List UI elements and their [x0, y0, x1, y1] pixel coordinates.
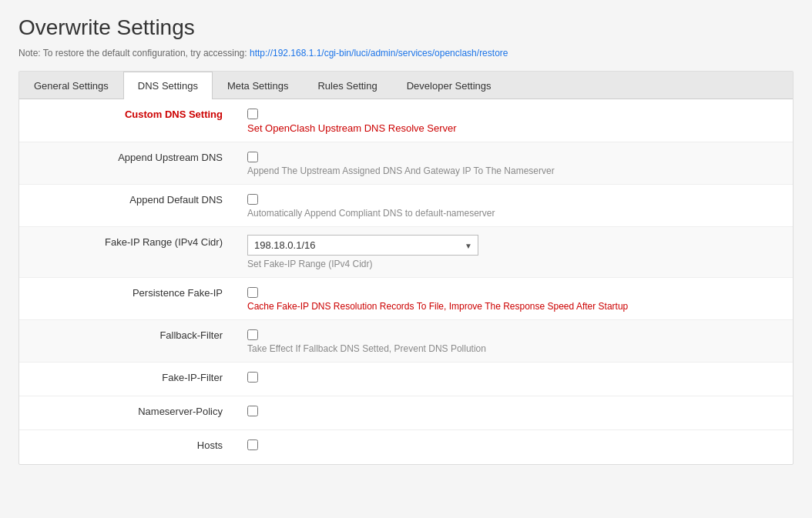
tab-general-settings[interactable]: General Settings [19, 72, 123, 99]
tab-rules-setting[interactable]: Rules Setting [303, 72, 391, 99]
content-hosts [235, 430, 793, 458]
content-persistence-fakeip: Cache Fake-IP DNS Resolution Records To … [235, 278, 793, 319]
label-fallback-filter: Fallback-Filter [19, 320, 235, 350]
page-title: Overwrite Settings [18, 15, 794, 40]
row-persistence-fakeip: Persistence Fake-IP Cache Fake-IP DNS Re… [19, 278, 793, 320]
restore-link[interactable]: http://192.168.1.1/cgi-bin/luci/admin/se… [250, 48, 508, 58]
content-append-default-dns: Automatically Append Compliant DNS to de… [235, 185, 793, 226]
helper-fakeip-range: Set Fake-IP Range (IPv4 Cidr) [247, 259, 780, 269]
select-wrapper-fakeip: 198.18.0.1/16 198.18.0.0/16 ▼ [247, 235, 478, 256]
helper-persistence-fakeip: Cache Fake-IP DNS Resolution Records To … [247, 301, 780, 312]
checkbox-append-upstream-dns[interactable] [247, 152, 258, 162]
content-nameserver-policy [235, 396, 793, 424]
content-append-upstream-dns: Append The Upstream Assigned DNS And Gat… [235, 142, 793, 184]
page-container: Overwrite Settings Note: To restore the … [0, 0, 812, 518]
helper-fallback-filter: Take Effect If Fallback DNS Setted, Prev… [247, 343, 780, 354]
checkbox-nameserver-policy[interactable] [247, 406, 258, 416]
content-custom-dns: Set OpenClash Upstream DNS Resolve Serve… [235, 99, 793, 142]
row-custom-dns: Custom DNS Setting Set OpenClash Upstrea… [19, 99, 793, 142]
main-card: General Settings DNS Settings Meta Setti… [18, 71, 794, 465]
dns-settings-content: Custom DNS Setting Set OpenClash Upstrea… [19, 99, 793, 464]
note-bar: Note: To restore the default configurati… [18, 48, 794, 58]
label-append-default-dns: Append Default DNS [19, 185, 235, 215]
row-append-default-dns: Append Default DNS Automatically Append … [19, 185, 793, 227]
content-fakeip-filter [235, 363, 793, 390]
label-fakeip-range: Fake-IP Range (IPv4 Cidr) [19, 227, 235, 257]
tab-developer-settings[interactable]: Developer Settings [392, 72, 506, 99]
content-fakeip-range: 198.18.0.1/16 198.18.0.0/16 ▼ Set Fake-I… [235, 227, 793, 277]
checkbox-append-default-dns[interactable] [247, 194, 258, 205]
checkbox-fakeip-filter[interactable] [247, 372, 258, 383]
label-append-upstream-dns: Append Upstream DNS [19, 142, 235, 172]
label-custom-dns: Custom DNS Setting [19, 99, 235, 129]
note-text: Note: To restore the default configurati… [18, 48, 250, 58]
select-fakeip-range[interactable]: 198.18.0.1/16 198.18.0.0/16 [247, 235, 478, 256]
helper-append-default-dns: Automatically Append Compliant DNS to de… [247, 208, 780, 219]
label-fakeip-filter: Fake-IP-Filter [19, 363, 235, 393]
checkbox-hosts[interactable] [247, 439, 258, 450]
checkbox-fallback-filter[interactable] [247, 329, 258, 340]
row-fakeip-range: Fake-IP Range (IPv4 Cidr) 198.18.0.1/16 … [19, 227, 793, 278]
row-fallback-filter: Fallback-Filter Take Effect If Fallback … [19, 320, 793, 363]
label-hosts: Hosts [19, 430, 235, 460]
helper-custom-dns: Set OpenClash Upstream DNS Resolve Serve… [247, 122, 780, 134]
row-hosts: Hosts [19, 430, 793, 464]
row-append-upstream-dns: Append Upstream DNS Append The Upstream … [19, 142, 793, 185]
tab-meta-settings[interactable]: Meta Settings [213, 72, 304, 99]
label-persistence-fakeip: Persistence Fake-IP [19, 278, 235, 308]
helper-append-upstream-dns: Append The Upstream Assigned DNS And Gat… [247, 165, 780, 176]
checkbox-custom-dns[interactable] [247, 109, 258, 119]
tab-dns-settings[interactable]: DNS Settings [123, 72, 213, 99]
row-nameserver-policy: Nameserver-Policy [19, 396, 793, 430]
checkbox-persistence-fakeip[interactable] [247, 287, 258, 298]
tabs-bar: General Settings DNS Settings Meta Setti… [19, 72, 793, 99]
content-fallback-filter: Take Effect If Fallback DNS Setted, Prev… [235, 320, 793, 362]
label-nameserver-policy: Nameserver-Policy [19, 396, 235, 426]
row-fakeip-filter: Fake-IP-Filter [19, 363, 793, 396]
